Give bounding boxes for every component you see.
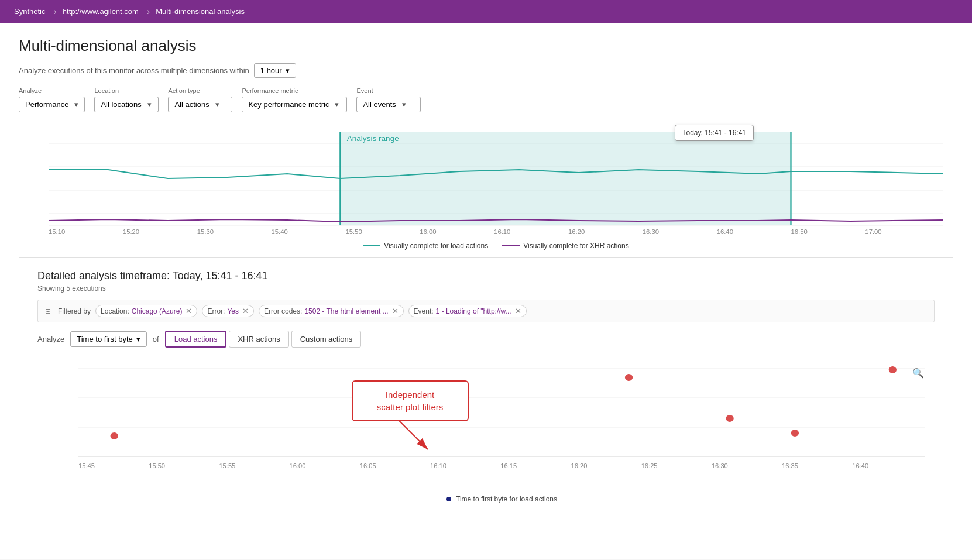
tag-val-event: 1 - Loading of "http://w... <box>436 307 511 315</box>
chevron-down-icon: ▾ <box>286 66 290 75</box>
svg-text:15:50: 15:50 <box>345 229 362 235</box>
breadcrumb-url[interactable]: http://www.agilent.com <box>58 5 146 18</box>
detailed-title: Detailed analysis timeframe: Today, 15:4… <box>37 270 935 282</box>
analyze-filter-label: Analyze <box>19 87 85 94</box>
tag-key-event: Event: <box>414 307 434 315</box>
scatter-metric-value: Time to first byte <box>77 335 133 343</box>
svg-text:16:40: 16:40 <box>852 463 868 469</box>
breadcrumb-sep-1: › <box>53 6 56 17</box>
filters-row: Analyze Performance ▾ Location All locat… <box>19 87 953 112</box>
analyze-prefix: Analyze executions of this monitor acros… <box>19 66 249 75</box>
location-filter-value: All locations <box>101 100 141 109</box>
chevron-down-icon: ▾ <box>335 100 339 109</box>
zoom-icon[interactable]: 🔍 <box>912 367 924 379</box>
svg-point-39 <box>889 366 897 373</box>
tag-close-error[interactable]: ✕ <box>242 307 249 315</box>
legend-xhr-actions: Visually complete for XHR actions <box>502 242 629 250</box>
action-type-filter-select[interactable]: All actions ▾ <box>168 97 232 112</box>
scatter-legend-label: Time to first byte for load actions <box>456 495 557 503</box>
time-window-select[interactable]: 1 hour ▾ <box>254 63 296 78</box>
location-filter-label: Location <box>94 87 159 94</box>
location-filter-select[interactable]: All locations ▾ <box>94 97 159 112</box>
legend-load-label: Visually complete for load actions <box>384 242 488 250</box>
event-filter-select[interactable]: All events ▾ <box>356 97 421 112</box>
chart-tooltip: Today, 15:41 - 16:41 <box>675 125 754 141</box>
svg-text:16:10: 16:10 <box>494 229 510 235</box>
scatter-analyze-row: Analyze Time to first byte ▾ of Load act… <box>37 331 935 348</box>
tab-load-actions[interactable]: Load actions <box>165 331 227 348</box>
svg-point-35 <box>111 432 118 439</box>
analyze-row: Analyze executions of this monitor acros… <box>19 63 953 78</box>
svg-text:Analysis range: Analysis range <box>347 135 399 143</box>
legend-line-teal <box>363 245 380 246</box>
performance-metric-filter-label: Performance metric <box>242 87 347 94</box>
main-line-chart: 3 s 2 s 1 s 0 ms Analysis range 15:10 15… <box>49 132 943 237</box>
tag-key-error-codes: Error codes: <box>264 307 302 315</box>
svg-rect-9 <box>340 132 791 225</box>
time-window-value: 1 hour <box>260 66 282 75</box>
scatter-metric-select[interactable]: Time to first byte ▾ <box>70 331 147 347</box>
svg-text:15:10: 15:10 <box>49 229 65 235</box>
performance-metric-filter-group: Performance metric Key performance metri… <box>242 87 347 112</box>
filter-tags-row: ⊟ Filtered by Location: Chicago (Azure) … <box>37 300 935 322</box>
svg-text:16:35: 16:35 <box>782 463 798 469</box>
scatter-legend: Time to first byte for load actions <box>78 495 925 503</box>
analyze-filter-value: Performance <box>25 100 68 109</box>
scatter-chart-svg: 750 ms 500 ms 250 ms 0 ms <box>78 363 925 492</box>
tag-val-location: Chicago (Azure) <box>132 307 183 315</box>
annotation-text: Independentscatter plot filters <box>377 390 443 412</box>
filter-icon: ⊟ <box>45 307 51 315</box>
chevron-down-icon: ▾ <box>215 100 219 109</box>
svg-text:15:40: 15:40 <box>272 229 288 235</box>
svg-text:16:25: 16:25 <box>641 463 658 469</box>
scatter-dot-legend-icon <box>446 497 451 501</box>
svg-text:15:20: 15:20 <box>123 229 139 235</box>
analyze-filter-select[interactable]: Performance ▾ <box>19 97 85 112</box>
svg-text:16:40: 16:40 <box>717 229 733 235</box>
analyze-filter-group: Analyze Performance ▾ <box>19 87 85 112</box>
chevron-down-icon: ▾ <box>147 100 152 109</box>
svg-text:15:55: 15:55 <box>219 463 235 469</box>
svg-text:16:05: 16:05 <box>360 463 376 469</box>
chart-legend: Visually complete for load actions Visua… <box>49 237 943 252</box>
performance-metric-filter-select[interactable]: Key performance metric ▾ <box>242 97 347 112</box>
svg-text:17:00: 17:00 <box>865 229 881 235</box>
filter-by-label: Filtered by <box>58 307 91 315</box>
tag-close-event[interactable]: ✕ <box>515 307 521 315</box>
page-title: Multi-dimensional analysis <box>19 37 953 55</box>
scatter-chart-container: Independentscatter plot filters 🔍 <box>37 357 935 521</box>
performance-metric-filter-value: Key performance metric <box>248 100 329 109</box>
tab-custom-actions[interactable]: Custom actions <box>291 331 362 348</box>
legend-xhr-label: Visually complete for XHR actions <box>523 242 629 250</box>
tag-val-error-codes: 1502 - The html element ... <box>304 307 388 315</box>
chevron-down-icon: ▾ <box>402 100 406 109</box>
svg-text:16:30: 16:30 <box>712 463 728 469</box>
breadcrumb-current: Multi-dimensional analysis <box>151 5 252 18</box>
action-type-filter-group: Action type All actions ▾ <box>168 87 232 112</box>
svg-point-36 <box>625 374 633 381</box>
tag-val-error: Yes <box>227 307 239 315</box>
action-type-filter-value: All actions <box>174 100 209 109</box>
scatter-analyze-label: Analyze <box>37 335 64 343</box>
event-filter-value: All events <box>363 100 396 109</box>
svg-point-38 <box>791 430 799 437</box>
tag-close-error-codes[interactable]: ✕ <box>392 307 399 315</box>
filter-tag-location: Location: Chicago (Azure) ✕ <box>95 305 197 317</box>
svg-text:16:20: 16:20 <box>571 463 587 469</box>
svg-point-37 <box>726 415 733 422</box>
filter-tag-error-codes: Error codes: 1502 - The html element ...… <box>259 305 404 317</box>
tag-close-location[interactable]: ✕ <box>186 307 192 315</box>
svg-text:16:15: 16:15 <box>500 463 517 469</box>
showing-label: Showing 5 executions <box>37 284 935 293</box>
breadcrumb-synthetic[interactable]: Synthetic <box>9 5 52 18</box>
filter-tag-error: Error: Yes ✕ <box>202 305 254 317</box>
svg-text:16:10: 16:10 <box>430 463 446 469</box>
svg-text:15:30: 15:30 <box>197 229 214 235</box>
tag-key-error: Error: <box>207 307 225 315</box>
chevron-down-icon: ▾ <box>74 100 78 109</box>
action-tabs: Load actions XHR actions Custom actions <box>165 331 364 348</box>
legend-line-purple <box>502 245 520 246</box>
tab-xhr-actions[interactable]: XHR actions <box>229 331 288 348</box>
svg-text:16:20: 16:20 <box>568 229 585 235</box>
legend-load-actions: Visually complete for load actions <box>363 242 488 250</box>
